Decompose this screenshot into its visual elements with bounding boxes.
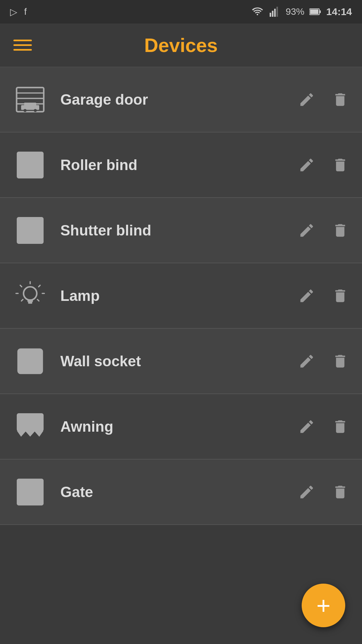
delete-wall-socket-button[interactable]: [332, 353, 349, 370]
delete-shutter-blind-button[interactable]: [332, 222, 349, 239]
svg-rect-36: [17, 414, 43, 431]
status-bar: ▷ f 93% 14:14: [0, 0, 362, 23]
device-item-garage-door: Garage door: [0, 67, 362, 132]
garage-door-icon: [13, 83, 47, 116]
svg-line-27: [39, 285, 40, 287]
device-list: Garage door Roller bind: [0, 67, 362, 525]
edit-garage-door-button[interactable]: [298, 91, 315, 108]
device-name-gate: Gate: [60, 484, 285, 500]
svg-rect-5: [319, 10, 321, 13]
svg-rect-3: [277, 7, 278, 17]
device-name-roller-bind: Roller bind: [60, 157, 285, 173]
svg-point-32: [22, 353, 39, 369]
svg-rect-12: [24, 103, 36, 106]
delete-roller-bind-button[interactable]: [332, 157, 349, 173]
status-bar-left: ▷ f: [10, 6, 27, 17]
svg-line-25: [20, 285, 22, 287]
device-item-awning: Awning: [0, 394, 362, 460]
svg-line-30: [38, 299, 39, 301]
signal-icon: [269, 7, 281, 17]
delete-awning-button[interactable]: [332, 418, 349, 435]
svg-rect-2: [274, 9, 276, 17]
device-name-awning: Awning: [60, 418, 285, 435]
menu-button[interactable]: [13, 40, 32, 51]
edit-gate-button[interactable]: [298, 484, 315, 500]
svg-rect-34: [31, 357, 33, 361]
device-actions-awning: [298, 418, 349, 435]
svg-rect-0: [270, 13, 272, 17]
svg-point-14: [34, 109, 37, 112]
wall-socket-icon: [13, 344, 47, 378]
delete-lamp-button[interactable]: [332, 287, 349, 304]
add-device-icon: +: [316, 593, 330, 618]
delete-gate-button[interactable]: [332, 484, 349, 500]
delete-garage-door-button[interactable]: [332, 91, 349, 108]
roller-bind-icon: [13, 148, 47, 182]
device-actions-lamp: [298, 287, 349, 304]
device-item-wall-socket: Wall socket: [0, 329, 362, 394]
shutter-blind-icon: [13, 214, 47, 247]
battery-icon: [309, 8, 321, 15]
device-name-lamp: Lamp: [60, 287, 285, 304]
svg-rect-33: [27, 357, 29, 361]
svg-point-13: [23, 109, 26, 112]
gate-icon: [13, 475, 47, 509]
device-item-roller-bind: Roller bind: [0, 132, 362, 198]
menu-line-1: [13, 40, 32, 41]
device-actions-wall-socket: [298, 353, 349, 370]
menu-line-3: [13, 49, 32, 51]
edit-roller-bind-button[interactable]: [298, 157, 315, 173]
svg-point-46: [31, 491, 33, 493]
device-name-garage-door: Garage door: [60, 91, 285, 108]
svg-rect-6: [310, 9, 318, 14]
add-device-button[interactable]: +: [302, 584, 345, 627]
battery-percent: 93%: [286, 6, 304, 17]
svg-point-21: [23, 287, 37, 300]
device-name-wall-socket: Wall socket: [60, 353, 285, 370]
svg-rect-22: [27, 299, 33, 302]
header: Devices: [0, 23, 362, 67]
device-actions-garage-door: [298, 91, 349, 108]
svg-point-35: [29, 364, 31, 366]
edit-wall-socket-button[interactable]: [298, 353, 315, 370]
lamp-icon: [13, 279, 47, 313]
page-title: Devices: [144, 34, 218, 56]
svg-line-29: [21, 299, 23, 301]
device-name-shutter-blind: Shutter blind: [60, 222, 285, 239]
edit-shutter-blind-button[interactable]: [298, 222, 315, 239]
device-item-lamp: Lamp: [0, 263, 362, 329]
app-icon-1: ▷: [10, 6, 17, 17]
device-actions-gate: [298, 484, 349, 500]
menu-line-2: [13, 44, 32, 46]
app-icon-2: f: [24, 6, 27, 17]
wifi-icon: [251, 7, 264, 17]
awning-icon: [13, 410, 47, 443]
status-time: 14:14: [326, 6, 352, 17]
device-item-shutter-blind: Shutter blind: [0, 198, 362, 263]
svg-point-45: [27, 491, 29, 493]
device-item-gate: Gate: [0, 460, 362, 525]
device-actions-shutter-blind: [298, 222, 349, 239]
status-bar-right: 93% 14:14: [251, 6, 352, 17]
svg-rect-1: [272, 11, 274, 17]
edit-lamp-button[interactable]: [298, 287, 315, 304]
svg-rect-23: [28, 302, 33, 304]
edit-awning-button[interactable]: [298, 418, 315, 435]
device-actions-roller-bind: [298, 157, 349, 173]
